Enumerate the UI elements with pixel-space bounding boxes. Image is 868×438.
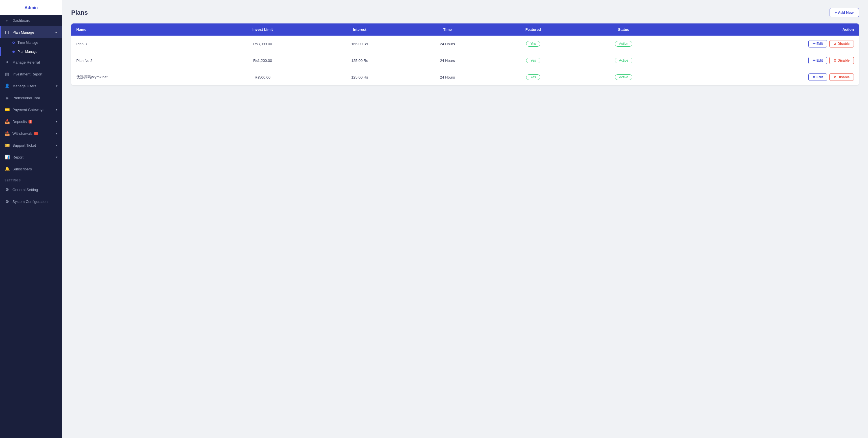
featured-badge-1: Yes [526, 58, 540, 63]
sidebar-label-system-configuration: System Configuration [12, 199, 48, 204]
table-header-row: Name Invest Limit Interest Time Featured… [71, 24, 859, 36]
chevron-down-icon-5: ▾ [56, 144, 58, 147]
edit-button-1[interactable]: ✏ Edit [808, 57, 827, 64]
withdrawals-badge: ! [34, 132, 38, 135]
sidebar-label-time-manage: Time Manage [18, 41, 38, 45]
sidebar-item-manage-referral[interactable]: ✦ Manage Referral [0, 56, 62, 68]
sidebar-item-system-configuration[interactable]: ⚙ System Configuration [0, 195, 62, 208]
sidebar-label-payment-gateways: Payment Gateways [12, 108, 44, 112]
plans-table-container: Name Invest Limit Interest Time Featured… [71, 24, 859, 85]
edit-icon-1: ✏ [813, 59, 815, 62]
settings-section-label: SETTINGS [0, 175, 62, 184]
plans-table: Name Invest Limit Interest Time Featured… [71, 24, 859, 85]
cell-action-2: ✏ Edit ⊘ Disable [671, 69, 859, 86]
edit-button-2[interactable]: ✏ Edit [808, 73, 827, 81]
chevron-down-icon-2: ▾ [56, 108, 58, 112]
featured-badge-0: Yes [526, 41, 540, 46]
action-btns-1: ✏ Edit ⊘ Disable [676, 57, 854, 64]
sidebar-item-report[interactable]: 📊 Report ▾ [0, 151, 62, 163]
sidebar-item-general-setting[interactable]: ⚙ General Setting [0, 184, 62, 195]
col-interest: Interest [314, 24, 405, 36]
disable-button-2[interactable]: ⊘ Disable [829, 73, 854, 81]
disable-icon-1: ⊘ [834, 59, 836, 62]
sidebar-label-deposits: Deposits [12, 120, 27, 124]
chevron-up-icon: ▲ [55, 31, 58, 34]
dot-active-icon [12, 51, 15, 53]
cell-featured-2: Yes [490, 69, 577, 86]
disable-button-0[interactable]: ⊘ Disable [829, 40, 854, 48]
action-btns-2: ✏ Edit ⊘ Disable [676, 73, 854, 81]
support-ticket-icon: 🎫 [4, 143, 10, 148]
sidebar-label-report: Report [12, 155, 24, 159]
disable-icon-0: ⊘ [834, 42, 836, 46]
cell-invest-limit-2: Rs500.00 [211, 69, 314, 86]
sidebar-item-plan-manage[interactable]: ◫ Plan Manage ▲ [0, 26, 62, 38]
cell-featured-1: Yes [490, 52, 577, 69]
disable-icon-2: ⊘ [834, 75, 836, 79]
dot-icon [12, 41, 15, 44]
cell-name-0: Plan 3 [71, 36, 211, 52]
deposits-badge: ! [29, 120, 32, 124]
cell-name-2: 优选源码yxymk.net [71, 69, 211, 86]
logo-text: Admin [25, 5, 38, 10]
sidebar-label-withdrawals: Withdrawals [12, 131, 32, 136]
cell-time-0: 24 Hours [405, 36, 490, 52]
sidebar-item-deposits[interactable]: 📥 Deposits ! ▾ [0, 116, 62, 127]
sidebar-label-manage-referral: Manage Referral [12, 60, 40, 64]
status-badge-2: Active [615, 74, 632, 80]
withdrawals-icon: 📤 [4, 131, 10, 136]
sidebar-item-promotional-tool[interactable]: ◈ Promotional Tool [0, 92, 62, 104]
cell-invest-limit-1: Rs1,200.00 [211, 52, 314, 69]
cell-name-1: Plan No 2 [71, 52, 211, 69]
sidebar-item-withdrawals[interactable]: 📤 Withdrawals ! ▾ [0, 127, 62, 139]
sidebar-item-subscribers[interactable]: 🔔 Subscribers [0, 163, 62, 175]
sidebar-item-support-ticket[interactable]: 🎫 Support Ticket ▾ [0, 139, 62, 151]
edit-icon-2: ✏ [813, 75, 815, 79]
sidebar-label-general-setting: General Setting [12, 188, 38, 192]
sidebar-label-dashboard: Dashboard [12, 19, 31, 23]
cell-invest-limit-0: Rs3,999.00 [211, 36, 314, 52]
deposits-icon: 📥 [4, 119, 10, 124]
sidebar-item-payment-gateways[interactable]: 💳 Payment Gateways ▾ [0, 104, 62, 116]
sidebar-item-manage-users[interactable]: 👤 Manage Users ▾ [0, 80, 62, 92]
manage-users-icon: 👤 [4, 83, 10, 89]
table-row: Plan No 2 Rs1,200.00 125.00 Rs 24 Hours … [71, 52, 859, 69]
page-header: Plans + Add New [71, 8, 859, 17]
chevron-down-icon-3: ▾ [56, 120, 58, 124]
cell-featured-0: Yes [490, 36, 577, 52]
col-status: Status [577, 24, 671, 36]
table-row: 优选源码yxymk.net Rs500.00 125.00 Rs 24 Hour… [71, 69, 859, 86]
disable-button-1[interactable]: ⊘ Disable [829, 57, 854, 64]
action-btns-0: ✏ Edit ⊘ Disable [676, 40, 854, 48]
cell-interest-0: 166.00 Rs [314, 36, 405, 52]
edit-button-0[interactable]: ✏ Edit [808, 40, 827, 48]
chevron-down-icon-4: ▾ [56, 132, 58, 135]
plan-manage-icon: ◫ [4, 30, 10, 35]
sidebar-item-investment-report[interactable]: ▤ Investment Report [0, 68, 62, 80]
system-configuration-icon: ⚙ [4, 199, 10, 204]
cell-time-1: 24 Hours [405, 52, 490, 69]
cell-action-0: ✏ Edit ⊘ Disable [671, 36, 859, 52]
sidebar-item-dashboard[interactable]: ⌂ Dashboard [0, 15, 62, 26]
promotional-tool-icon: ◈ [4, 95, 10, 100]
sidebar-subitem-time-manage[interactable]: Time Manage [0, 38, 62, 47]
col-name: Name [71, 24, 211, 36]
cell-status-1: Active [577, 52, 671, 69]
report-icon: 📊 [4, 155, 10, 160]
col-action: Action [671, 24, 859, 36]
investment-report-icon: ▤ [4, 71, 10, 76]
sidebar-label-investment-report: Investment Report [12, 72, 42, 76]
cell-status-0: Active [577, 36, 671, 52]
col-featured: Featured [490, 24, 577, 36]
sidebar-label-plan-manage: Plan Manage [12, 30, 34, 34]
sidebar-label-subscribers: Subscribers [12, 167, 32, 171]
general-setting-icon: ⚙ [4, 187, 10, 192]
table-row: Plan 3 Rs3,999.00 166.00 Rs 24 Hours Yes… [71, 36, 859, 52]
sidebar-subitem-plan-manage[interactable]: Plan Manage [0, 47, 62, 56]
dashboard-icon: ⌂ [4, 18, 10, 23]
cell-time-2: 24 Hours [405, 69, 490, 86]
cell-status-2: Active [577, 69, 671, 86]
add-new-button[interactable]: + Add New [830, 8, 859, 17]
chevron-down-icon: ▾ [56, 84, 58, 88]
sidebar-logo: Admin [0, 0, 62, 15]
